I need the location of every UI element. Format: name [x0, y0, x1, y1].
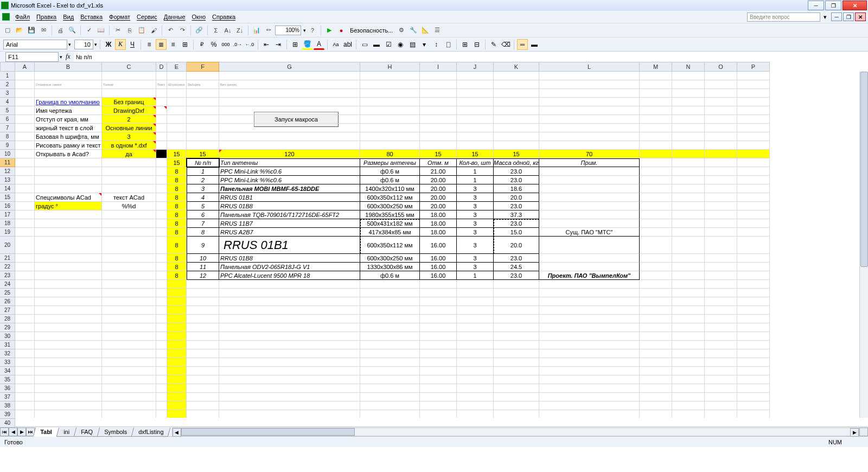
align-right-icon[interactable]: ≡ [168, 39, 178, 50]
maximize-button[interactable]: ❐ [825, 1, 841, 10]
font-color-icon[interactable]: A [314, 39, 324, 50]
vscroll-thumb[interactable] [860, 72, 868, 267]
help-search-box[interactable]: Введите вопрос [747, 12, 820, 22]
col-header[interactable]: M [640, 62, 672, 72]
textbox-icon[interactable]: Aa [330, 39, 341, 50]
row-header[interactable]: 14 [0, 184, 15, 193]
security-label[interactable]: Безопасность... [348, 27, 395, 34]
hscroll-right-icon[interactable]: ▶ [850, 428, 859, 437]
hscroll-thumb[interactable] [181, 428, 355, 436]
inc-decimal-icon[interactable]: .0→ [232, 39, 243, 50]
tab-prev-icon[interactable]: ◀ [9, 428, 17, 436]
tab-first-icon[interactable]: ⏮ [0, 428, 9, 436]
worksheet-grid[interactable]: ABCDEFGHIJKLMNOP 12345678910111213141516… [0, 62, 868, 426]
currency-icon[interactable]: ₽ [196, 39, 207, 50]
line-style-icon[interactable]: ═ [517, 39, 528, 50]
menu-help[interactable]: Справка [209, 12, 239, 21]
font-name-combo[interactable]: Arial [3, 40, 67, 49]
help-icon[interactable]: ? [307, 25, 318, 36]
col-header[interactable]: N [672, 62, 705, 72]
print-icon[interactable]: 🖨 [55, 25, 66, 36]
row-header[interactable]: 4 [0, 98, 15, 106]
row-header[interactable]: 32 [0, 349, 15, 358]
open-icon[interactable]: 📂 [14, 25, 25, 36]
label-icon[interactable]: abl [342, 39, 353, 50]
col-header[interactable]: G [219, 62, 360, 72]
select-all-corner[interactable] [0, 62, 15, 72]
row-header[interactable]: 17 [0, 211, 15, 219]
mail-icon[interactable]: ✉ [38, 25, 49, 36]
col-header[interactable]: B [35, 62, 102, 72]
hyperlink-icon[interactable]: 🔗 [194, 25, 205, 36]
tab-next-icon[interactable]: ▶ [17, 428, 26, 436]
row-header[interactable]: 9 [0, 141, 15, 150]
menu-edit[interactable]: Правка [33, 12, 60, 21]
row-header[interactable]: 35 [0, 375, 15, 384]
col-header[interactable]: H [360, 62, 420, 72]
row-header[interactable]: 15 [0, 193, 15, 202]
align-center-icon[interactable]: ≣ [156, 39, 167, 50]
menu-service[interactable]: Сервис [133, 12, 161, 21]
row-header[interactable]: 16 [0, 202, 15, 211]
play-macro-icon[interactable]: ▶ [324, 25, 335, 36]
cut-icon[interactable]: ✂ [112, 25, 123, 36]
workbook-minimize[interactable]: ─ [831, 12, 842, 21]
row-header[interactable]: 40 [0, 419, 15, 428]
col-header[interactable]: J [457, 62, 494, 72]
paste-icon[interactable]: 📋 [136, 25, 147, 36]
row-header[interactable]: 25 [0, 289, 15, 297]
row-header[interactable]: 36 [0, 384, 15, 393]
col-header[interactable]: L [539, 62, 640, 72]
autosum-icon[interactable]: Σ [210, 25, 221, 36]
row-header[interactable]: 39 [0, 410, 15, 419]
button-icon[interactable]: ▬ [371, 39, 382, 50]
sheet-tab[interactable]: Tabl [33, 428, 59, 437]
row-header[interactable]: 2 [0, 80, 15, 89]
format-painter-icon[interactable]: 🖌 [148, 25, 159, 36]
align-left-icon[interactable]: ≡ [144, 39, 155, 50]
line-weight-icon[interactable]: ▬ [529, 39, 540, 50]
spelling-icon[interactable]: ✓ [84, 25, 94, 36]
zoom-combo[interactable]: 100% [275, 25, 301, 35]
sheet-tab[interactable]: Symbols [97, 428, 135, 437]
row-header[interactable]: 24 [0, 280, 15, 289]
row-header[interactable]: 29 [0, 323, 15, 332]
col-header[interactable]: P [737, 62, 770, 72]
hscroll-left-icon[interactable]: ◀ [173, 428, 181, 437]
vertical-scrollbar[interactable] [859, 72, 868, 418]
col-header[interactable]: C [102, 62, 156, 72]
borders-icon[interactable]: ⊞ [290, 39, 301, 50]
row-header[interactable]: 12 [0, 167, 15, 176]
save-icon[interactable]: 💾 [26, 25, 37, 36]
row-header[interactable]: 23 [0, 271, 15, 280]
undo-icon[interactable]: ↶ [165, 25, 176, 36]
row-header[interactable]: 10 [0, 150, 15, 158]
checkbox-icon[interactable]: ☑ [383, 39, 394, 50]
row-header[interactable]: 13 [0, 176, 15, 184]
menu-data[interactable]: Данные [161, 12, 189, 21]
col-header[interactable]: K [494, 62, 539, 72]
cells-area[interactable]: Запуск макроса Основные линииТонкиеТекст… [15, 72, 859, 418]
new-icon[interactable]: ▢ [2, 25, 13, 36]
redo-icon[interactable]: ↷ [177, 25, 188, 36]
menu-file[interactable]: Файл [12, 12, 33, 21]
sort-desc-icon[interactable]: Z↓ [234, 25, 245, 36]
row-header[interactable]: 7 [0, 124, 15, 132]
row-header[interactable]: 3 [0, 89, 15, 98]
app-menu-icon[interactable] [2, 13, 10, 21]
row-header[interactable]: 30 [0, 332, 15, 341]
vba-icon[interactable]: ⚙ [396, 25, 407, 36]
col-header[interactable]: I [420, 62, 457, 72]
minimize-button[interactable]: ─ [808, 1, 824, 10]
fill-color-icon[interactable]: 🪣 [302, 39, 312, 50]
copy-icon[interactable]: ⎘ [124, 25, 135, 36]
sheet-tab[interactable]: FAQ [74, 428, 100, 437]
row-header[interactable]: 8 [0, 132, 15, 141]
row-header[interactable]: 31 [0, 341, 15, 349]
col-header[interactable]: F [187, 62, 219, 72]
option-icon[interactable]: ◉ [395, 39, 406, 50]
row-header[interactable]: 22 [0, 263, 15, 271]
row-headers[interactable]: 1234567891011121314151617181920212223242… [0, 72, 15, 418]
row-header[interactable]: 27 [0, 306, 15, 315]
dec-indent-icon[interactable]: ⇤ [261, 39, 272, 50]
